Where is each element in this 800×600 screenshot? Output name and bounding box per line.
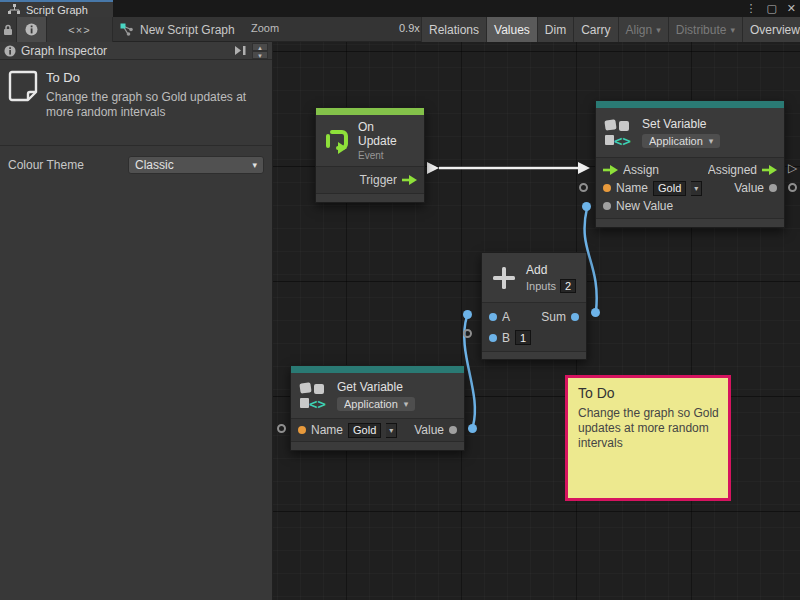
add-sum-outer-port[interactable]	[591, 308, 600, 317]
toolbar: <×> New Script Graph Zoom 0.9x Relations…	[0, 17, 800, 42]
node-footer	[291, 441, 464, 450]
name-port-label: Name	[311, 423, 343, 437]
get-variable-scope-dropdown[interactable]: Application ▾	[337, 397, 415, 411]
event-color-bar	[316, 108, 424, 115]
set-variable-value-outer-port[interactable]	[788, 183, 797, 192]
on-update-subtitle: Event	[358, 150, 416, 161]
get-variable-value-outer-port[interactable]	[468, 424, 477, 433]
variable-icon: <>	[299, 381, 329, 411]
lock-button[interactable]	[0, 17, 17, 42]
inspector-scroll-spinner[interactable]: ▲ ▼	[252, 43, 268, 59]
a-port-label: A	[502, 310, 510, 324]
toolbar-button-values[interactable]: Values	[486, 17, 537, 42]
chevron-down-icon: ▾	[252, 160, 257, 170]
kebab-menu-icon[interactable]: ⋮	[745, 2, 756, 15]
toolbar-button-overview[interactable]: Overview	[742, 17, 800, 42]
add-title: Add	[526, 263, 576, 277]
variable-name-dropdown[interactable]: ▾	[691, 181, 702, 196]
tab-script-graph[interactable]: Script Graph	[0, 0, 113, 17]
get-variable-name-outer-port[interactable]	[277, 424, 286, 433]
b-port-label: B	[502, 331, 510, 345]
set-variable-name-outer-port[interactable]	[579, 183, 588, 192]
get-variable-title: Get Variable	[337, 380, 415, 394]
add-a-outer-port[interactable]	[463, 310, 472, 319]
toolbar-button-align[interactable]: Align ▾	[618, 17, 668, 42]
code-icon: <×>	[68, 24, 90, 36]
toolbar-button-distribute[interactable]: Distribute ▾	[668, 17, 742, 42]
variable-icon: <>	[604, 118, 634, 148]
assign-port-row: Assign Assigned	[596, 161, 784, 179]
trigger-port-row: Trigger	[316, 167, 424, 193]
script-graph-window: Script Graph ⋮ ▢ ✕ <×>	[0, 0, 800, 600]
plus-icon	[490, 264, 518, 292]
close-icon[interactable]: ✕	[787, 2, 796, 15]
control-output-port[interactable]	[762, 165, 777, 175]
maximize-icon[interactable]: ▢	[766, 2, 776, 15]
name-value-port-row: Name Gold ▾ Value	[291, 419, 464, 441]
name-input-port[interactable]	[603, 184, 611, 192]
svg-text:<>: <>	[614, 133, 631, 148]
toolbar-button-carry[interactable]: Carry	[573, 17, 617, 42]
scroll-up-icon[interactable]: ▲	[252, 43, 268, 51]
add-b-outer-port[interactable]	[463, 329, 472, 338]
variable-name-field[interactable]: Gold	[348, 423, 381, 438]
sticky-note[interactable]: To Do Change the graph so Gold updates a…	[565, 375, 731, 501]
node-get-variable[interactable]: <> Get Variable Application ▾ Name Gold …	[290, 365, 465, 451]
graph-inspector-panel: Graph Inspector ▲ ▼ To Do Change the gra…	[0, 42, 273, 600]
dock-icon[interactable]	[234, 45, 247, 56]
chevron-down-icon: ▾	[709, 136, 714, 146]
colour-theme-dropdown[interactable]: Classic ▾	[128, 156, 264, 174]
add-header: Add Inputs 2	[482, 253, 586, 303]
control-output-port[interactable]	[402, 175, 417, 185]
info-icon	[25, 23, 38, 36]
trigger-port-label: Trigger	[359, 173, 397, 187]
name-port-row: Name Gold ▾ Value	[596, 179, 784, 197]
graph-inspector-header: Graph Inspector ▲ ▼	[0, 42, 272, 60]
chevron-down-icon: ▾	[656, 25, 661, 35]
name-input-port[interactable]	[298, 426, 306, 434]
node-add[interactable]: Add Inputs 2 A Sum B 1	[481, 252, 587, 360]
inputs-count-field[interactable]: 2	[560, 279, 576, 293]
variable-name-dropdown[interactable]: ▾	[386, 423, 397, 438]
sum-port-label: Sum	[541, 310, 566, 324]
set-variable-scope-dropdown[interactable]: Application ▾	[642, 134, 720, 148]
inspector-toggle-button[interactable]	[17, 17, 47, 42]
sum-output-port[interactable]	[571, 313, 579, 321]
set-variable-assigned-outer-port[interactable]: ▷	[788, 162, 797, 174]
code-preview-button[interactable]: <×>	[47, 17, 113, 42]
b-value-field[interactable]: 1	[515, 330, 531, 345]
on-update-header: On Update Event	[316, 115, 424, 167]
value-port-label: Value	[734, 181, 764, 195]
node-set-variable[interactable]: <> Set Variable Application ▾ Assign Ass…	[595, 100, 785, 228]
value-port-label: Value	[414, 423, 444, 437]
b-port-row: B 1	[482, 327, 586, 348]
sticky-note-text: Change the graph so Gold updates at more…	[578, 406, 720, 451]
a-port-row: A Sum	[482, 306, 586, 327]
colour-theme-label: Colour Theme	[8, 158, 128, 172]
chevron-down-icon: ▾	[404, 399, 409, 409]
on-update-title: On Update	[358, 120, 416, 148]
scroll-down-icon[interactable]: ▼	[252, 51, 268, 59]
new-graph-icon	[120, 23, 134, 36]
new-value-input-port[interactable]	[603, 202, 611, 210]
control-input-port[interactable]	[603, 165, 618, 175]
new-script-graph-button[interactable]: New Script Graph	[120, 17, 235, 42]
b-input-port[interactable]	[489, 334, 497, 342]
variable-color-bar	[596, 101, 784, 108]
toolbar-button-dim[interactable]: Dim	[537, 17, 573, 42]
assigned-port-label: Assigned	[708, 163, 757, 177]
tab-bar: Script Graph ⋮ ▢ ✕	[0, 0, 800, 17]
variable-color-bar	[291, 366, 464, 373]
a-input-port[interactable]	[489, 313, 497, 321]
value-output-port[interactable]	[449, 426, 457, 434]
on-update-loop-icon	[324, 128, 350, 154]
name-port-label: Name	[616, 181, 648, 195]
zoom-label: Zoom	[251, 22, 279, 34]
variable-name-field[interactable]: Gold	[653, 181, 686, 196]
toolbar-button-relations[interactable]: Relations	[421, 17, 486, 42]
value-output-port[interactable]	[769, 184, 777, 192]
new-value-port-row: New Value	[596, 197, 784, 215]
svg-text:<>: <>	[309, 396, 326, 411]
node-on-update[interactable]: On Update Event Trigger	[315, 107, 425, 203]
set-variable-new-value-outer-port[interactable]	[582, 202, 591, 211]
